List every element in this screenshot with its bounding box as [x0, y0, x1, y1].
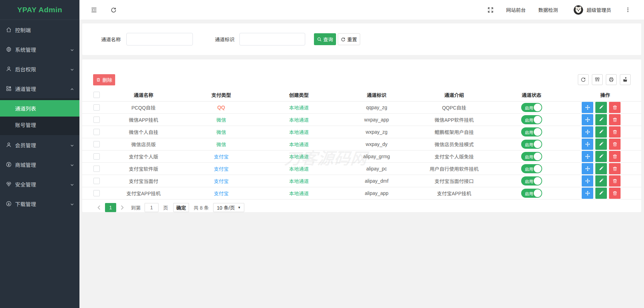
cell-pay-type[interactable]: 微信 [216, 130, 226, 135]
sidebar-item[interactable]: 控制端 [0, 20, 79, 40]
delete-row-button[interactable] [609, 114, 621, 125]
page-size-select[interactable]: 10 条/页▼ [213, 203, 244, 212]
data-check-link[interactable]: 数据检测 [532, 6, 564, 13]
row-checkbox[interactable] [93, 178, 100, 184]
fullscreen-icon[interactable] [488, 7, 493, 13]
sidebar-item[interactable]: 下载管理 [0, 194, 79, 214]
table-refresh-button[interactable] [578, 74, 589, 85]
cell-create-type[interactable]: 本地通道 [289, 117, 309, 123]
status-toggle[interactable]: 启用 [521, 127, 542, 136]
column-header: 创建类型 [260, 91, 338, 98]
delete-row-button[interactable] [609, 102, 621, 113]
sidebar-item[interactable]: 系统管理 [0, 40, 79, 59]
next-page-icon[interactable] [119, 205, 125, 210]
sidebar-subitem[interactable]: 通道列表 [0, 100, 79, 117]
row-checkbox[interactable] [93, 117, 100, 123]
row-checkbox[interactable] [93, 141, 100, 147]
kebab-icon[interactable] [625, 7, 631, 13]
edit-button[interactable] [595, 151, 607, 162]
prev-page-icon[interactable] [96, 205, 102, 210]
move-button[interactable] [582, 139, 593, 150]
row-checkbox[interactable] [93, 129, 100, 135]
delete-row-button[interactable] [609, 188, 621, 199]
refresh-icon[interactable] [111, 7, 117, 13]
export-button[interactable] [620, 74, 631, 85]
sidebar-item[interactable]: 通道管理 [0, 79, 79, 98]
site-front-link[interactable]: 网站前台 [500, 6, 532, 13]
cell-channel-name: 微信个人自挂 [105, 128, 182, 135]
sidebar-item[interactable]: 商城管理 [0, 155, 79, 174]
search-button[interactable]: 查询 [314, 33, 336, 45]
move-button[interactable] [582, 175, 593, 187]
cell-create-type[interactable]: 本地通道 [289, 142, 309, 147]
sidebar-item[interactable]: 后台权限 [0, 59, 79, 79]
move-button[interactable] [582, 126, 593, 138]
edit-button[interactable] [595, 102, 607, 113]
sidebar-item[interactable]: 安全管理 [0, 174, 79, 194]
edit-button[interactable] [595, 175, 607, 187]
edit-button[interactable] [595, 139, 607, 150]
edit-button[interactable] [595, 188, 607, 199]
print-button[interactable] [606, 74, 617, 85]
cell-create-type[interactable]: 本地通道 [289, 105, 309, 111]
trash-icon [612, 166, 617, 171]
cell-create-type[interactable]: 本地通道 [289, 130, 309, 135]
sidebar-subitem[interactable]: 账号管理 [0, 117, 79, 133]
select-all-checkbox[interactable] [93, 92, 100, 98]
row-checkbox[interactable] [93, 190, 100, 196]
cell-create-type[interactable]: 本地通道 [289, 154, 309, 160]
reset-button[interactable]: 重置 [338, 33, 360, 45]
status-toggle[interactable]: 启用 [521, 140, 542, 149]
status-toggle[interactable]: 启用 [521, 189, 542, 198]
cell-pay-type[interactable]: 支付宝 [214, 178, 229, 184]
channel-code-input[interactable] [239, 33, 305, 46]
cell-create-type[interactable]: 本地通道 [289, 166, 309, 172]
cell-pay-type[interactable]: 微信 [216, 117, 226, 123]
cell-pay-type[interactable]: QQ [217, 105, 225, 110]
delete-row-button[interactable] [609, 163, 621, 174]
row-checkbox[interactable] [93, 166, 100, 172]
avatar[interactable] [574, 5, 583, 15]
delete-row-button[interactable] [609, 151, 621, 162]
status-toggle[interactable]: 启用 [521, 164, 542, 173]
cell-pay-type[interactable]: 微信 [216, 142, 226, 147]
print-icon [609, 77, 614, 82]
confirm-page-button[interactable]: 确定 [173, 203, 189, 212]
status-toggle[interactable]: 启用 [521, 176, 542, 186]
username[interactable]: 超级管理员 [587, 6, 611, 13]
collapse-menu-icon[interactable] [91, 7, 97, 13]
cell-create-type[interactable]: 本地通道 [289, 191, 309, 196]
row-checkbox[interactable] [93, 104, 100, 111]
columns-filter-button[interactable] [592, 74, 603, 85]
channel-name-input[interactable] [126, 33, 193, 46]
cell-pay-type[interactable]: 支付宝 [214, 191, 229, 196]
delete-row-button[interactable] [609, 175, 621, 187]
column-header: 通道状态 [493, 91, 570, 98]
page-number-current[interactable]: 1 [105, 203, 116, 212]
status-label: 启用 [525, 154, 533, 160]
row-checkbox[interactable] [93, 153, 100, 160]
cell-pay-type[interactable]: 支付宝 [214, 166, 229, 172]
topbar-right: 网站前台 数据检测 超级管理员 [488, 5, 631, 15]
move-button[interactable] [582, 163, 593, 174]
move-button[interactable] [582, 114, 593, 125]
cell-channel-code: alipay_dmf [338, 178, 415, 184]
pencil-icon [599, 154, 604, 159]
move-button[interactable] [582, 151, 593, 162]
column-header: 通道介绍 [415, 91, 493, 98]
move-button[interactable] [582, 188, 593, 199]
delete-button[interactable]: 删除 [93, 74, 115, 85]
cell-pay-type[interactable]: 支付宝 [214, 154, 229, 160]
status-toggle[interactable]: 启用 [521, 152, 542, 161]
sidebar-item[interactable]: 会员管理 [0, 135, 79, 155]
cell-create-type[interactable]: 本地通道 [289, 178, 309, 184]
move-button[interactable] [582, 102, 593, 113]
edit-button[interactable] [595, 114, 607, 125]
status-toggle[interactable]: 启用 [521, 103, 542, 112]
goto-page-input[interactable] [145, 203, 159, 212]
status-toggle[interactable]: 启用 [521, 115, 542, 124]
edit-button[interactable] [595, 126, 607, 138]
edit-button[interactable] [595, 163, 607, 174]
delete-row-button[interactable] [609, 126, 621, 138]
delete-row-button[interactable] [609, 139, 621, 150]
